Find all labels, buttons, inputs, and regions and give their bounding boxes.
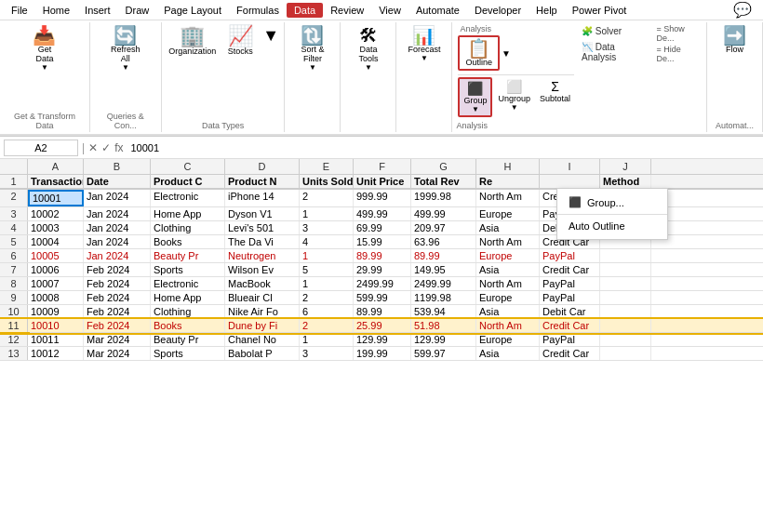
cell-8-F[interactable]: 2499.99 <box>354 277 411 290</box>
cell-9-B[interactable]: Feb 2024 <box>84 291 151 304</box>
cell-13-B[interactable]: Mar 2024 <box>84 347 151 360</box>
cell-11-H[interactable]: North Am <box>476 319 540 332</box>
menu-formulas[interactable]: Formulas <box>229 3 287 18</box>
cell-5-D[interactable]: The Da Vi <box>225 235 300 248</box>
cell-4-B[interactable]: Jan 2024 <box>84 221 151 234</box>
cell-12-D[interactable]: Chanel No <box>225 333 300 346</box>
cell-3-H[interactable]: Europe <box>476 207 540 220</box>
cell-4-F[interactable]: 69.99 <box>354 221 411 234</box>
cell-13-H[interactable]: Asia <box>476 347 540 360</box>
cell-12-H[interactable]: Europe <box>476 333 540 346</box>
cell-2-H[interactable]: North Am <box>476 190 540 206</box>
cell-9-J[interactable] <box>600 291 651 304</box>
cell-5-H[interactable]: North Am <box>476 235 540 248</box>
outline-arrow-icon[interactable]: ▼ <box>502 48 511 59</box>
cell-10-E[interactable]: 6 <box>300 305 354 318</box>
auto-outline-option[interactable]: Auto Outline <box>557 217 667 235</box>
cell-9-G[interactable]: 1199.98 <box>411 291 476 304</box>
menu-page-layout[interactable]: Page Layout <box>156 3 229 18</box>
cell-6-J[interactable] <box>600 249 651 262</box>
col-header-e[interactable]: E <box>300 159 354 174</box>
cell-9-H[interactable]: Europe <box>476 291 540 304</box>
confirm-icon[interactable]: ✓ <box>101 141 111 154</box>
header-cell-g[interactable]: Total Rev <box>411 175 476 188</box>
col-header-j[interactable]: J <box>600 159 651 174</box>
cell-13-C[interactable]: Sports <box>151 347 225 360</box>
stocks-button[interactable]: 📈 Stocks <box>223 24 257 58</box>
cell-2-A[interactable]: 10001 <box>28 190 84 206</box>
cell-8-J[interactable] <box>600 277 651 290</box>
menu-file[interactable]: File <box>4 3 35 18</box>
menu-data[interactable]: Data <box>287 3 323 18</box>
cell-3-C[interactable]: Home App <box>151 207 225 220</box>
cell-6-H[interactable]: Europe <box>476 249 540 262</box>
cell-8-I[interactable]: PayPal <box>540 277 600 290</box>
cell-7-H[interactable]: Asia <box>476 263 540 276</box>
menu-power-pivot[interactable]: Power Pivot <box>565 3 635 18</box>
cell-13-D[interactable]: Babolat P <box>225 347 300 360</box>
cell-7-E[interactable]: 5 <box>300 263 354 276</box>
data-tools-button[interactable]: 🛠 DataTools ▼ <box>352 24 385 73</box>
cell-12-E[interactable]: 1 <box>300 333 354 346</box>
hide-detail-button[interactable]: = Hide De... <box>657 45 702 63</box>
cell-11-I[interactable]: Credit Car <box>540 319 600 332</box>
cell-3-G[interactable]: 499.99 <box>411 207 476 220</box>
cell-3-E[interactable]: 1 <box>300 207 354 220</box>
cell-4-E[interactable]: 3 <box>300 221 354 234</box>
cell-13-F[interactable]: 199.99 <box>354 347 411 360</box>
formula-input[interactable] <box>127 142 759 153</box>
header-cell-h[interactable]: Re <box>476 175 540 188</box>
cell-11-F[interactable]: 25.99 <box>354 319 411 332</box>
cell-13-J[interactable] <box>600 347 651 360</box>
cell-6-F[interactable]: 89.99 <box>354 249 411 262</box>
cell-6-E[interactable]: 1 <box>300 249 354 262</box>
cell-9-I[interactable]: PayPal <box>540 291 600 304</box>
forecast-button[interactable]: 📊 Forecast ▼ <box>404 24 444 64</box>
cell-8-G[interactable]: 2499.99 <box>411 277 476 290</box>
col-header-f[interactable]: F <box>354 159 411 174</box>
cell-9-C[interactable]: Home App <box>151 291 225 304</box>
cell-11-G[interactable]: 51.98 <box>411 319 476 332</box>
cell-12-J[interactable] <box>600 333 651 346</box>
cell-5-F[interactable]: 15.99 <box>354 235 411 248</box>
cell-12-G[interactable]: 129.99 <box>411 333 476 346</box>
sort-filter-button[interactable]: 🔃 Sort &Filter ▼ <box>296 24 329 73</box>
cell-5-C[interactable]: Books <box>151 235 225 248</box>
cell-11-A[interactable]: 10010 <box>28 319 84 332</box>
cell-5-G[interactable]: 63.96 <box>411 235 476 248</box>
menu-developer[interactable]: Developer <box>467 3 529 18</box>
menu-review[interactable]: Review <box>323 3 371 18</box>
cell-13-A[interactable]: 10012 <box>28 347 84 360</box>
col-header-d[interactable]: D <box>225 159 300 174</box>
cell-12-A[interactable]: 10011 <box>28 333 84 346</box>
cell-2-D[interactable]: iPhone 14 <box>225 190 300 206</box>
menu-draw[interactable]: Draw <box>118 3 157 18</box>
cell-12-I[interactable]: PayPal <box>540 333 600 346</box>
cell-11-J[interactable] <box>600 319 651 332</box>
cell-4-D[interactable]: Levi's 501 <box>225 221 300 234</box>
cell-8-H[interactable]: North Am <box>476 277 540 290</box>
refresh-all-button[interactable]: 🔄 RefreshAll ▼ <box>107 24 144 73</box>
cell-3-A[interactable]: 10002 <box>28 207 84 220</box>
cell-12-C[interactable]: Beauty Pr <box>151 333 225 346</box>
cell-6-B[interactable]: Jan 2024 <box>84 249 151 262</box>
cell-2-G[interactable]: 1999.98 <box>411 190 476 206</box>
name-box[interactable] <box>4 140 78 156</box>
cell-2-C[interactable]: Electronic <box>151 190 225 206</box>
cell-2-B[interactable]: Jan 2024 <box>84 190 151 206</box>
cell-5-A[interactable]: 10004 <box>28 235 84 248</box>
header-cell-c[interactable]: Product C <box>151 175 225 188</box>
cell-7-J[interactable] <box>600 263 651 276</box>
cancel-icon[interactable]: ✕ <box>88 141 98 154</box>
col-header-a[interactable]: A <box>28 159 84 174</box>
cell-10-A[interactable]: 10009 <box>28 305 84 318</box>
cell-10-C[interactable]: Clothing <box>151 305 225 318</box>
col-header-c[interactable]: C <box>151 159 225 174</box>
cell-8-A[interactable]: 10007 <box>28 277 84 290</box>
header-cell-a[interactable]: Transaction <box>28 175 84 188</box>
cell-8-B[interactable]: Feb 2024 <box>84 277 151 290</box>
cell-13-G[interactable]: 599.97 <box>411 347 476 360</box>
cell-3-B[interactable]: Jan 2024 <box>84 207 151 220</box>
outline-button[interactable]: 📋 Outline <box>458 35 500 71</box>
organization-button[interactable]: 🏢 Organization <box>165 24 220 58</box>
